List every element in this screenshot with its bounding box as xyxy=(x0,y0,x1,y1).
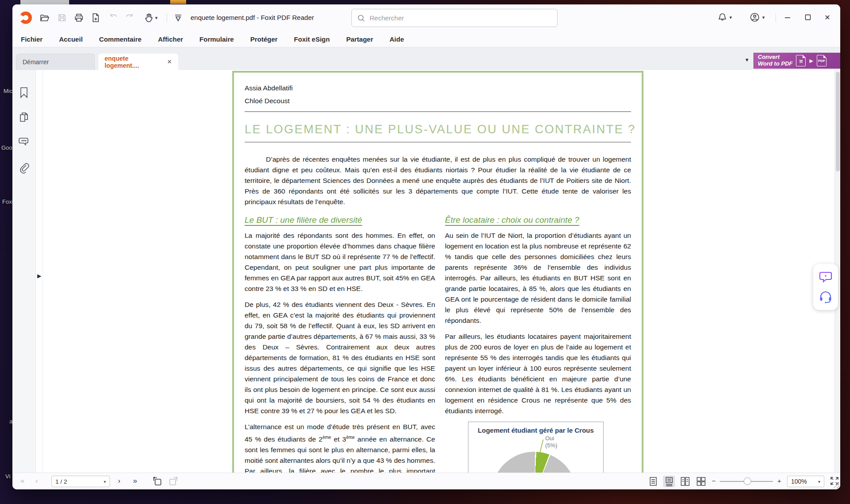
author-rule xyxy=(245,111,631,112)
maximize-button[interactable] xyxy=(800,11,815,24)
desktop-label: Foxi xyxy=(2,198,13,205)
support-headset-button[interactable] xyxy=(819,291,832,303)
tab-overflow-caret-icon[interactable]: ▼ xyxy=(745,57,749,62)
zoom-slider-handle[interactable] xyxy=(744,477,751,485)
save-button[interactable] xyxy=(57,12,67,23)
tab-close-icon[interactable]: ✕ xyxy=(167,58,172,65)
menu-proteger[interactable]: Protéger xyxy=(250,35,278,43)
open-file-button[interactable] xyxy=(39,12,50,23)
convert-label-line2: Word to PDF xyxy=(758,61,792,67)
title-bar: ▾ enquete logement.pdf - Foxit PDF Reade… xyxy=(12,4,840,31)
pie-slice-callout: Oui (5%) xyxy=(545,435,557,450)
view-two-page-button[interactable] xyxy=(679,476,691,487)
notifications-caret-icon: ▾ xyxy=(729,15,732,20)
titlebar-divider xyxy=(776,13,776,22)
window-title: enquete logement.pdf - Foxit PDF Reader xyxy=(191,14,314,21)
desktop-icon-fragment-orange xyxy=(170,0,186,4)
previous-page-button[interactable]: ‹ xyxy=(35,477,38,485)
notifications-button[interactable]: ▾ xyxy=(718,12,732,22)
document-viewport: ▶ Assia Abdellatifi Chloé Decoust LE LOG… xyxy=(12,70,840,473)
convert-arrow-icon: ▶ xyxy=(809,58,813,64)
last-page-button[interactable]: » xyxy=(133,477,137,485)
tab-document-label: enquete logement.... xyxy=(105,55,164,69)
navigation-sidebar xyxy=(12,70,36,473)
menu-accueil[interactable]: Accueil xyxy=(59,35,82,43)
zoom-in-button[interactable]: + xyxy=(777,477,781,485)
chart-title: Logement étudiant géré par le Crous xyxy=(468,422,603,434)
first-page-button[interactable]: « xyxy=(20,477,24,485)
intro-paragraph: D’après de récentes enquêtes menées sur … xyxy=(245,154,631,207)
status-bar: « ‹ 1 / 2 ▾ › » − + 100% xyxy=(12,473,840,489)
tab-demarrer-label: Démarrer xyxy=(23,58,49,66)
search-icon xyxy=(357,14,365,22)
attachments-panel-button[interactable] xyxy=(19,162,30,174)
tab-document[interactable]: enquete logement.... ✕ xyxy=(98,54,178,70)
left-column: Le BUT : une filière de diversité La maj… xyxy=(245,215,435,473)
hand-tool-caret-icon[interactable]: ▾ xyxy=(155,15,158,21)
minimize-button[interactable] xyxy=(780,11,795,24)
view-thumbnail-grid-button[interactable] xyxy=(695,476,707,487)
foxit-window: ▾ enquete logement.pdf - Foxit PDF Reade… xyxy=(12,4,840,489)
scrollbar-thumb[interactable] xyxy=(836,72,840,171)
page-indicator: 1 / 2 xyxy=(55,478,67,485)
author-line: Assia Abdellatifi xyxy=(245,81,631,94)
paragraph: L’alternance est un mode d’étude très pr… xyxy=(245,422,435,473)
view-fit-width-button[interactable] xyxy=(663,476,675,487)
close-window-button[interactable]: ✕ xyxy=(820,11,835,24)
paragraph: La majorité des répondants sont des homm… xyxy=(245,230,435,294)
bell-icon xyxy=(718,12,727,22)
zoom-level-combo[interactable]: 100% ▾ xyxy=(787,476,824,487)
zoom-combo-caret-icon: ▾ xyxy=(818,479,820,484)
tab-strip: Démarrer enquete logement.... ✕ ▼ Conver… xyxy=(12,47,840,70)
zoom-out-button[interactable]: − xyxy=(712,477,716,485)
pie-area: Oui (5%) xyxy=(468,434,603,473)
convert-label-line1: Convert xyxy=(758,54,792,61)
page-number-combo[interactable]: 1 / 2 ▾ xyxy=(51,476,110,487)
account-button[interactable]: ▾ xyxy=(750,12,765,22)
zoom-slider[interactable] xyxy=(720,481,773,482)
menu-afficher[interactable]: Afficher xyxy=(158,35,183,43)
next-view-button[interactable] xyxy=(168,476,178,487)
view-single-page-button[interactable] xyxy=(647,476,659,487)
zoom-level: 100% xyxy=(791,478,807,485)
assistant-float-panel xyxy=(813,264,838,310)
menu-formulaire[interactable]: Formulaire xyxy=(199,35,234,43)
search-input[interactable]: Rechercher xyxy=(351,9,558,27)
print-button[interactable] xyxy=(74,12,84,23)
undo-button[interactable] xyxy=(108,12,119,23)
previous-view-button[interactable] xyxy=(152,476,163,487)
convert-word-to-pdf-button[interactable]: Convert Word to PDF W ▶ PDF xyxy=(753,53,840,69)
account-caret-icon: ▾ xyxy=(762,15,765,20)
menu-foxit-esign[interactable]: Foxit eSign xyxy=(294,35,330,43)
expand-panel-handle[interactable]: ▶ xyxy=(37,273,41,279)
foxit-logo-icon xyxy=(19,12,32,24)
export-page-button[interactable] xyxy=(90,12,101,23)
pie-leader-line xyxy=(540,439,544,453)
user-icon xyxy=(750,12,760,22)
pages-panel-button[interactable] xyxy=(19,112,30,123)
pdf-doc-icon: PDF xyxy=(817,55,827,66)
ai-chat-button[interactable] xyxy=(819,271,832,283)
right-column-heading: Être locataire : choix ou contrainte ? xyxy=(445,215,631,225)
author-line: Chloé Decoust xyxy=(245,94,631,107)
desktop-label: Mic xyxy=(4,88,12,94)
redo-button[interactable] xyxy=(124,12,135,23)
menu-partager[interactable]: Partager xyxy=(346,35,373,43)
paragraph: Au sein de l’IUT de Niort, la proportion… xyxy=(445,230,631,326)
bookmarks-panel-button[interactable] xyxy=(19,87,30,98)
tab-demarrer[interactable]: Démarrer xyxy=(16,54,95,70)
next-page-button[interactable]: › xyxy=(118,477,121,485)
crous-pie-chart-figure: Logement étudiant géré par le Crous Oui … xyxy=(468,422,604,473)
paragraph: Par ailleurs, les étudiants locataires p… xyxy=(445,331,631,416)
left-column-heading: Le BUT : une filière de diversité xyxy=(245,215,435,225)
desktop-label: Vi xyxy=(5,473,10,480)
menu-aide[interactable]: Aide xyxy=(390,35,404,43)
comments-panel-button[interactable] xyxy=(19,136,30,148)
hand-tool-button[interactable] xyxy=(144,12,154,23)
pie-chart xyxy=(491,452,577,473)
paragraph: De plus, 42 % des étudiants viennent des… xyxy=(245,299,435,416)
select-tool-button[interactable] xyxy=(173,12,183,23)
right-column: Être locataire : choix ou contrainte ? A… xyxy=(445,215,631,473)
menu-fichier[interactable]: Fichier xyxy=(21,35,43,43)
menu-commentaire[interactable]: Commentaire xyxy=(99,35,142,43)
